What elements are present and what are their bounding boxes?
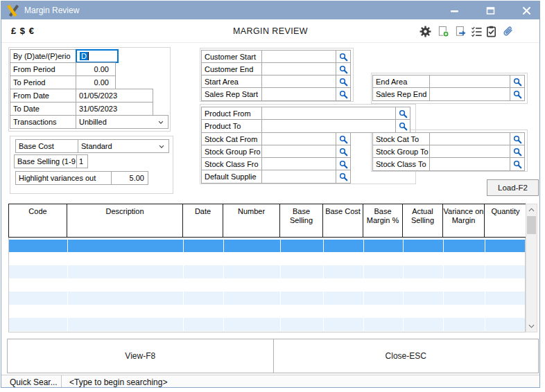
customer-start-search[interactable] bbox=[336, 50, 351, 64]
chevron-up-icon bbox=[528, 208, 535, 212]
default-supplier-field[interactable] bbox=[261, 170, 336, 184]
to-date-label: To Date bbox=[10, 102, 76, 116]
table-row[interactable] bbox=[9, 292, 525, 305]
column-header[interactable]: Actual Selling bbox=[403, 204, 443, 237]
results-table-header: Code Description Date Number Base Sellin… bbox=[8, 204, 527, 238]
to-period-label: To Period bbox=[10, 75, 76, 89]
sales-rep-end-search[interactable] bbox=[510, 87, 525, 101]
stock-class-to-search[interactable] bbox=[510, 157, 525, 171]
start-area-search[interactable] bbox=[336, 75, 351, 89]
stock-cat-from-search[interactable] bbox=[336, 132, 351, 146]
table-row[interactable] bbox=[9, 265, 525, 278]
search-magnifier-icon bbox=[339, 135, 348, 144]
tasks-button[interactable] bbox=[483, 23, 499, 39]
customer-start-label: Customer Start bbox=[201, 50, 262, 64]
chevron-down-icon bbox=[157, 119, 164, 126]
sales-rep-start-field[interactable] bbox=[261, 87, 336, 101]
sales-rep-start-label: Sales Rep Start bbox=[201, 87, 262, 101]
column-header[interactable]: Number bbox=[223, 204, 280, 237]
column-header[interactable]: Quantity bbox=[485, 204, 526, 237]
scroll-up-button[interactable] bbox=[526, 204, 537, 215]
end-area-search[interactable] bbox=[510, 75, 525, 89]
settings-gear-icon bbox=[419, 26, 431, 37]
search-magnifier-icon bbox=[339, 65, 348, 74]
load-button[interactable]: Load-F2 bbox=[487, 179, 539, 196]
customer-start-field[interactable] bbox=[261, 50, 336, 64]
highlight-variances-field[interactable]: 5.00 bbox=[111, 171, 148, 185]
column-header[interactable]: Base Margin % bbox=[363, 204, 403, 237]
vertical-scrollbar[interactable] bbox=[526, 204, 537, 332]
end-area-field[interactable] bbox=[429, 75, 510, 89]
column-header[interactable]: Base Selling bbox=[280, 204, 323, 237]
stock-cat-to-field[interactable] bbox=[429, 132, 510, 146]
table-row[interactable] bbox=[9, 318, 525, 331]
search-magnifier-icon bbox=[513, 135, 522, 144]
column-header[interactable]: Date bbox=[183, 204, 223, 237]
stock-class-from-field[interactable] bbox=[261, 157, 336, 171]
stock-group-from-field[interactable] bbox=[261, 145, 336, 159]
stock-class-from-label: Stock Class Fro bbox=[201, 157, 262, 171]
base-selling-field[interactable]: 1 bbox=[76, 154, 88, 168]
product-to-field[interactable] bbox=[261, 119, 396, 133]
from-date-field[interactable]: 01/05/2023 bbox=[76, 89, 153, 103]
sales-rep-start-search[interactable] bbox=[336, 87, 351, 101]
checklist-button[interactable] bbox=[469, 23, 485, 39]
transactions-select[interactable]: Unbilled bbox=[76, 115, 168, 129]
product-to-search[interactable] bbox=[395, 119, 410, 133]
base-selling-label: Base Selling (1-9 bbox=[14, 154, 77, 168]
search-magnifier-icon bbox=[339, 53, 348, 62]
sales-rep-end-field[interactable] bbox=[429, 87, 510, 101]
quick-search-input[interactable]: <Type to begin searching> bbox=[69, 377, 167, 387]
new-record-button[interactable] bbox=[435, 23, 451, 39]
stock-group-from-label: Stock Group Fro bbox=[201, 145, 262, 159]
stock-class-to-label: Stock Class To bbox=[372, 157, 430, 171]
to-date-field[interactable]: 31/05/2023 bbox=[76, 102, 153, 116]
table-row[interactable] bbox=[9, 278, 525, 292]
attachments-button[interactable] bbox=[500, 23, 516, 39]
stock-cat-from-field[interactable] bbox=[261, 132, 336, 146]
from-period-field[interactable]: 0.00 bbox=[76, 62, 116, 76]
close-esc-button[interactable]: Close-ESC bbox=[273, 339, 539, 373]
titlebar: Margin Review bbox=[1, 1, 539, 19]
text-caret bbox=[88, 52, 89, 60]
start-area-field[interactable] bbox=[261, 75, 336, 89]
table-row-selected[interactable] bbox=[9, 240, 525, 252]
results-table-body bbox=[8, 238, 526, 332]
to-period-field[interactable]: 0.00 bbox=[76, 75, 116, 89]
default-supplier-search[interactable] bbox=[336, 170, 351, 184]
by-date-period-field[interactable]: D bbox=[76, 49, 119, 63]
app-logo-icon bbox=[6, 5, 20, 17]
export-record-icon bbox=[455, 26, 467, 37]
customer-end-search[interactable] bbox=[336, 62, 351, 76]
stock-group-from-search[interactable] bbox=[336, 145, 351, 159]
column-header[interactable]: Base Cost bbox=[323, 204, 363, 237]
maximize-button[interactable] bbox=[480, 3, 501, 17]
product-from-field[interactable] bbox=[261, 107, 396, 121]
stock-class-to-field[interactable] bbox=[429, 157, 510, 171]
stock-group-to-search[interactable] bbox=[510, 145, 525, 159]
minimize-button[interactable] bbox=[444, 3, 465, 17]
stock-cat-to-search[interactable] bbox=[510, 132, 525, 146]
divider bbox=[61, 375, 62, 388]
export-button[interactable] bbox=[453, 23, 469, 39]
search-magnifier-icon bbox=[339, 90, 348, 99]
product-from-search[interactable] bbox=[395, 107, 410, 121]
stock-group-to-field[interactable] bbox=[429, 145, 510, 159]
table-row[interactable] bbox=[9, 305, 525, 318]
scrollbar-thumb[interactable] bbox=[527, 216, 536, 234]
scroll-down-button[interactable] bbox=[526, 321, 537, 332]
column-header[interactable]: Description bbox=[67, 204, 183, 237]
stock-class-from-search[interactable] bbox=[336, 157, 351, 171]
view-button[interactable]: View-F8 bbox=[8, 339, 273, 373]
search-magnifier-icon bbox=[339, 160, 348, 169]
customer-end-field[interactable] bbox=[261, 62, 336, 76]
tasks-clipboard-icon bbox=[485, 26, 497, 37]
base-cost-select[interactable]: Standard bbox=[78, 139, 169, 153]
close-button[interactable] bbox=[516, 3, 537, 17]
column-header[interactable]: Variance on Margin bbox=[443, 204, 485, 237]
stock-cat-from-label: Stock Cat From bbox=[201, 132, 262, 146]
settings-button[interactable] bbox=[417, 23, 433, 39]
column-header[interactable]: Code bbox=[9, 204, 67, 237]
table-row[interactable] bbox=[9, 252, 525, 265]
search-magnifier-icon bbox=[399, 109, 408, 118]
